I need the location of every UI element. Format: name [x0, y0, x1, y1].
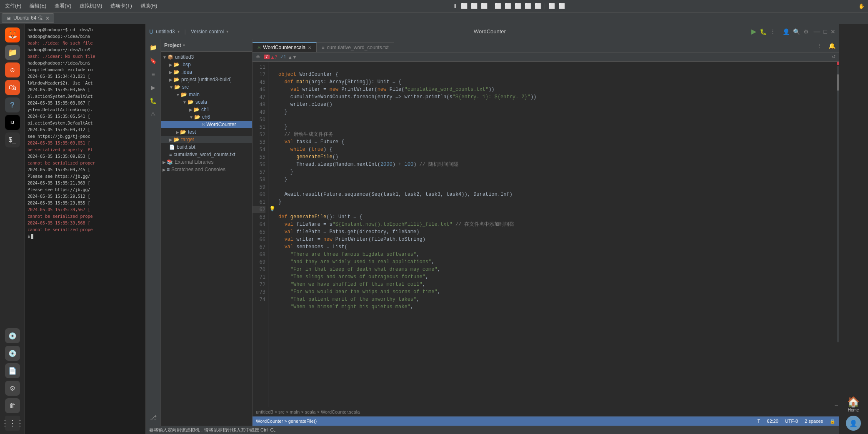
window-close-btn[interactable]: ✕ [830, 28, 835, 35]
window-minimize-btn[interactable]: — [814, 28, 820, 35]
cd-icon-2[interactable]: 💿 [5, 346, 20, 361]
terminal-line-20: cannot be serialized proper [28, 160, 143, 167]
terminal-line-28: cannot be serialized prope [28, 213, 143, 220]
vm-tab-close[interactable]: ✕ [45, 15, 50, 21]
settings-gear-icon[interactable]: ⚙ [803, 28, 809, 35]
menu-vm[interactable]: 虚拟机(M) [78, 2, 104, 10]
tree-item-project-build[interactable]: ▶ 📂 project [untitled3-build] [161, 76, 252, 83]
tree-item-ch6[interactable]: ▼ 📂 ch6 [161, 113, 252, 121]
tree-item-bsp[interactable]: ▶ 📂 .bsp [161, 61, 252, 68]
debug-icon[interactable]: 🐛 [760, 28, 767, 35]
menu-edit[interactable]: 编辑(E) [28, 2, 48, 10]
tree-item-ch1[interactable]: ▶ 📂 ch1 [161, 106, 252, 113]
menu-view[interactable]: 查看(V) [53, 2, 73, 10]
tree-item-target[interactable]: ▶ 📂 target [161, 136, 252, 143]
tab-wordcounter[interactable]: S WordCounter.scala ✕ [253, 42, 317, 52]
bsp-icon: 📂 [173, 62, 180, 67]
toolbar-icon-6[interactable]: ⬜ [515, 3, 521, 9]
toolbar-icon-7[interactable]: ⬜ [525, 3, 531, 9]
toolbar-icon-3[interactable]: ⬜ [481, 3, 488, 9]
ubuntu-icon[interactable]: ⊙ [5, 62, 20, 77]
expand-icon[interactable]: ▲ [288, 55, 293, 60]
tab-more-btn[interactable]: ⋮ [813, 43, 825, 49]
toolbar-icon-10[interactable]: ⬜ [558, 3, 565, 9]
toolbar-icon-4[interactable]: ⬜ [495, 3, 501, 9]
collapse-icon[interactable]: ▼ [293, 55, 297, 60]
left-icon-bookmark[interactable]: 🔖 [148, 56, 158, 66]
tree-item-scala[interactable]: ▼ 📂 scala [161, 98, 252, 106]
tree-item-test[interactable]: ▶ 📂 test [161, 128, 252, 136]
menu-tab[interactable]: 选项卡(T) [109, 2, 133, 10]
warning-count: 7 [264, 55, 270, 59]
tree-item-cumulative[interactable]: ≡ cumulative_word_counts.txt [161, 151, 252, 158]
status-line-col[interactable]: 62:20 [767, 419, 778, 424]
user-avatar[interactable]: 👤 [846, 416, 861, 431]
vm-tab[interactable]: 🖥 Ubuntu 64 位 ✕ [2, 13, 54, 23]
tree-item-main[interactable]: ▼ 📂 main [161, 91, 252, 98]
terminal-line-18: be serialized properly. Pl [28, 147, 143, 153]
trash-icon[interactable]: 🗑 [5, 398, 20, 413]
files-icon-2[interactable]: 📄 [5, 363, 20, 378]
appstore-icon[interactable]: 🛍 [5, 80, 20, 95]
project-dropdown-icon[interactable]: ▾ [178, 29, 180, 34]
firefox-icon[interactable]: 🦊 [5, 27, 20, 42]
help-icon[interactable]: ? [5, 97, 20, 112]
toolbar-icon-8[interactable]: ⬜ [535, 3, 541, 9]
scrollbar-thumb[interactable] [837, 74, 839, 91]
settings-icon[interactable]: ⚙ [5, 381, 20, 396]
tree-item-root[interactable]: ▼ 📦 untitled3 [161, 53, 252, 61]
cd-icon-1[interactable]: 💿 [5, 328, 20, 343]
eye-icon[interactable]: 👁 [256, 55, 260, 60]
left-icon-git[interactable]: ⎇ [148, 412, 158, 422]
account-icon[interactable]: 👤 [783, 28, 790, 35]
idea-icon[interactable]: IJ [5, 115, 20, 130]
refresh-icon[interactable]: ↺ [832, 54, 835, 60]
toolbar-icon-1[interactable]: ⬜ [461, 3, 468, 9]
project-header: Project ▾ [161, 39, 252, 52]
window-maximize-btn[interactable]: □ [824, 28, 827, 35]
bottom-scroll-arrow[interactable]: — [834, 402, 839, 407]
home-widget[interactable]: 🏠 Home [847, 396, 860, 412]
menu-help[interactable]: 帮助(H) [139, 2, 159, 10]
notification-bell-icon[interactable]: 🔔 [825, 42, 839, 49]
version-control-label[interactable]: Version control [191, 29, 224, 35]
code-content[interactable]: object WordCounter { def main(args: Arra… [275, 62, 834, 407]
scrollbar-track[interactable] [837, 66, 839, 342]
idea-arrow: ▶ [169, 70, 173, 75]
files-icon[interactable]: 📁 [5, 45, 20, 60]
menu-file[interactable]: 文件(F) [3, 2, 23, 10]
status-lock-icon[interactable]: 🔒 [830, 419, 835, 424]
tree-item-src[interactable]: ▼ 📂 src [161, 83, 252, 91]
tab-wordcounter-close[interactable]: ✕ [308, 45, 311, 50]
ide-project-name[interactable]: untitled3 [156, 29, 175, 35]
tree-item-ext-libs[interactable]: ▶ 📚 External Libraries [161, 158, 252, 166]
tree-item-wordcounter[interactable]: S WordCounter [161, 121, 252, 128]
more-actions-icon[interactable]: ⋮ [770, 28, 775, 35]
terminal-icon[interactable]: $_ [5, 132, 20, 147]
ch6-icon: 📂 [194, 114, 200, 120]
apps-icon[interactable]: ⋮⋮⋮ [5, 416, 20, 431]
ide-title-center: WordCounter [232, 28, 748, 35]
tree-item-idea[interactable]: ▶ 📂 .idea [161, 68, 252, 76]
search-icon[interactable]: 🔍 [793, 28, 800, 35]
left-icon-problems[interactable]: ⚠ [148, 109, 158, 119]
terminal-prompt[interactable]: $ [28, 233, 143, 240]
project-header-chevron[interactable]: ▾ [183, 43, 185, 47]
tree-item-scratches[interactable]: ▶ ≡ Scratches and Consoles [161, 166, 252, 173]
left-icon-project[interactable]: 📁 [148, 42, 158, 52]
toolbar-icon-9[interactable]: ⬜ [548, 3, 555, 9]
tree-item-build-sbt[interactable]: 📄 build.sbt [161, 143, 252, 151]
tab-cumulative[interactable]: ≡ cumulative_word_counts.txt [317, 42, 394, 52]
toolbar-icon-5[interactable]: ⬜ [505, 3, 511, 9]
scala-arrow: ▼ [183, 100, 187, 105]
left-icon-debug[interactable]: 🐛 [148, 96, 158, 106]
status-encoding[interactable]: UTF-8 [785, 419, 798, 424]
run-icon[interactable]: ▶ [751, 27, 756, 35]
left-icon-run[interactable]: ▶ [148, 82, 158, 92]
status-indent[interactable]: 2 spaces [805, 419, 823, 424]
left-icon-structure[interactable]: ≡ [148, 69, 158, 79]
vc-dropdown-icon[interactable]: ▾ [226, 29, 228, 34]
toolbar-icon-2[interactable]: ⬜ [471, 3, 478, 9]
terminal-line-8: lWindowHeader$2). Use `Act [28, 80, 143, 87]
toolbar-icon-pause[interactable]: ⏸ [452, 3, 458, 9]
